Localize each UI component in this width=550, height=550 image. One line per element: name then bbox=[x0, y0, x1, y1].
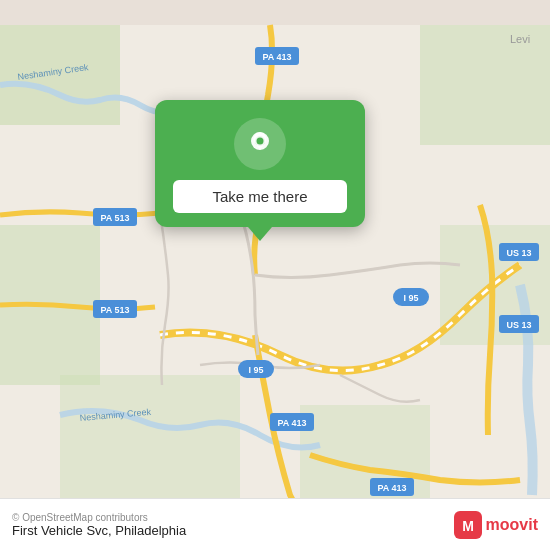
map-background: PA 413 PA 413 PA 513 PA 513 I 95 I 95 US… bbox=[0, 0, 550, 550]
location-title: First Vehicle Svc, Philadelphia bbox=[12, 523, 186, 538]
location-pin-icon bbox=[246, 130, 274, 158]
moovit-text: moovit bbox=[486, 516, 538, 534]
take-me-there-button[interactable]: Take me there bbox=[173, 180, 347, 213]
svg-text:PA 413: PA 413 bbox=[277, 418, 306, 428]
map-container: PA 413 PA 413 PA 513 PA 513 I 95 I 95 US… bbox=[0, 0, 550, 550]
location-icon-wrap bbox=[234, 118, 286, 170]
svg-text:US 13: US 13 bbox=[506, 320, 531, 330]
svg-text:M: M bbox=[462, 518, 474, 534]
moovit-icon: M bbox=[454, 511, 482, 539]
svg-text:US 13: US 13 bbox=[506, 248, 531, 258]
svg-text:PA 413: PA 413 bbox=[262, 52, 291, 62]
popup-card: Take me there bbox=[155, 100, 365, 227]
svg-text:I 95: I 95 bbox=[403, 293, 418, 303]
copyright-text: © OpenStreetMap contributors bbox=[12, 512, 186, 523]
svg-text:PA 513: PA 513 bbox=[100, 305, 129, 315]
bottom-info: © OpenStreetMap contributors First Vehic… bbox=[12, 512, 186, 538]
moovit-logo[interactable]: M moovit bbox=[454, 511, 538, 539]
svg-point-32 bbox=[257, 138, 264, 145]
svg-text:Levi: Levi bbox=[510, 33, 530, 45]
svg-text:PA 513: PA 513 bbox=[100, 213, 129, 223]
bottom-bar: © OpenStreetMap contributors First Vehic… bbox=[0, 498, 550, 550]
svg-text:I 95: I 95 bbox=[248, 365, 263, 375]
svg-text:PA 413: PA 413 bbox=[377, 483, 406, 493]
svg-rect-3 bbox=[420, 25, 550, 145]
